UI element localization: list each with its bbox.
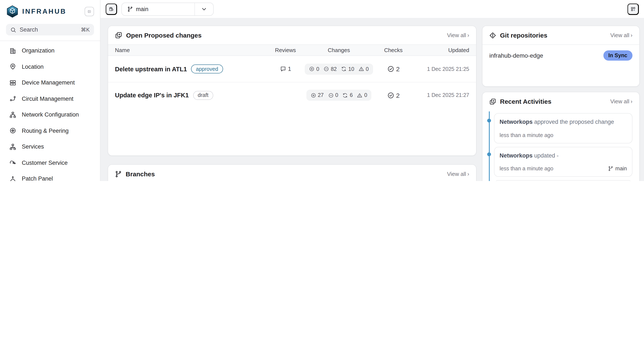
proposed-changes-view-all-link[interactable]: View all› bbox=[447, 32, 469, 38]
column-name: Name bbox=[115, 47, 268, 53]
git-repositories-view-all-link[interactable]: View all› bbox=[610, 32, 632, 38]
plus-circle-icon bbox=[309, 66, 314, 72]
sidebar-item-label: Services bbox=[22, 144, 44, 150]
chevron-right-icon: › bbox=[467, 171, 469, 177]
updated-timestamp: 1 Dec 2025 21:25 bbox=[412, 66, 469, 72]
sidebar-item-patch-panel[interactable]: Patch Panel bbox=[6, 171, 94, 181]
infrahub-app: INFRAHUB Search ⌘K Organization Locatio bbox=[0, 0, 644, 181]
branch-selector-caret[interactable] bbox=[194, 3, 213, 15]
status-badge: draft bbox=[193, 91, 213, 100]
schema-visualizer-button[interactable] bbox=[627, 3, 639, 15]
proposed-changes-table-header: Name Reviews Changes Checks Updated bbox=[108, 44, 476, 56]
infrahub-logo-icon bbox=[6, 5, 19, 18]
activities-view-all-link[interactable]: View all› bbox=[610, 98, 632, 105]
card-title: Git repositories bbox=[500, 32, 548, 39]
activity-actor: Networkops bbox=[500, 152, 533, 159]
chevron-right-icon: › bbox=[630, 32, 632, 38]
dashboard: Open Proposed changes View all› Name Rev… bbox=[100, 18, 644, 181]
time-travel-button[interactable] bbox=[106, 3, 117, 15]
sidebar-item-routing-peering[interactable]: Routing & Peering bbox=[6, 123, 94, 139]
activity-timeline: Networkops approved the proposed change … bbox=[482, 111, 639, 181]
repository-name[interactable]: infrahub-demo-edge bbox=[489, 52, 543, 59]
card-title: Open Proposed changes bbox=[126, 32, 202, 39]
activity-branch-tag: main bbox=[608, 166, 627, 172]
card-title: Recent Activities bbox=[500, 98, 552, 105]
updated-timestamp: 1 Dec 2025 21:27 bbox=[412, 92, 469, 98]
repository-row[interactable]: infrahub-demo-edge In Sync bbox=[482, 44, 639, 66]
brand: INFRAHUB bbox=[6, 4, 94, 19]
git-icon bbox=[489, 32, 496, 39]
proposed-changes-card: Open Proposed changes View all› Name Rev… bbox=[108, 26, 476, 156]
table-row[interactable]: Delete upstream in ATL1 approved 1 0 8 bbox=[108, 56, 476, 82]
activity-time: less than a minute ago bbox=[500, 166, 554, 172]
branch-selector[interactable]: main bbox=[121, 2, 214, 15]
proposed-change-name[interactable]: Delete upstream in ATL1 bbox=[115, 65, 187, 72]
branch-name: main bbox=[136, 6, 148, 12]
server-icon bbox=[10, 79, 16, 86]
activity-card[interactable]: Networkops updated - less than a minute … bbox=[494, 147, 632, 177]
sidebar-item-customer-service[interactable]: Customer Service bbox=[6, 155, 94, 171]
topbar: main bbox=[100, 0, 644, 18]
chevron-right-icon: › bbox=[467, 32, 469, 38]
sidebar: INFRAHUB Search ⌘K Organization Locatio bbox=[0, 0, 100, 181]
map-pin-icon bbox=[10, 63, 16, 70]
column-updated: Updated bbox=[412, 47, 469, 53]
reviews-count: 1 bbox=[288, 66, 291, 72]
checks-count: 2 bbox=[396, 65, 400, 73]
sidebar-item-label: Circuit Management bbox=[22, 96, 74, 102]
brand-name: INFRAHUB bbox=[22, 8, 66, 15]
activity-time: less than a minute ago bbox=[500, 132, 554, 138]
search-placeholder: Search bbox=[20, 26, 38, 33]
chevron-right-icon: › bbox=[630, 98, 632, 105]
sidebar-item-label: Network Configuration bbox=[22, 112, 79, 118]
sidebar-item-services[interactable]: Services bbox=[6, 139, 94, 155]
refresh-icon bbox=[342, 92, 348, 98]
column-checks: Checks bbox=[375, 47, 412, 53]
workflow-icon bbox=[631, 5, 636, 12]
share-icon bbox=[10, 160, 16, 166]
search-input[interactable]: Search ⌘K bbox=[6, 24, 94, 35]
warning-icon bbox=[358, 66, 364, 72]
router-icon bbox=[10, 127, 16, 134]
activity-item: Networkops updated - less than a minute … bbox=[494, 147, 632, 177]
sidebar-menu-primary: Organization Location Device Management … bbox=[6, 43, 94, 181]
changes-summary: 27 0 6 0 bbox=[306, 90, 372, 101]
sidebar-item-label: Location bbox=[22, 64, 44, 70]
check-circle-icon bbox=[387, 92, 394, 99]
sidebar-item-device-management[interactable]: Device Management bbox=[6, 75, 94, 91]
sidebar-item-label: Routing & Peering bbox=[22, 128, 68, 134]
minus-circle-icon bbox=[324, 66, 329, 72]
checks-count: 2 bbox=[396, 92, 400, 99]
sidebar-item-network-configuration[interactable]: Network Configuration bbox=[6, 107, 94, 123]
branches-card: Branches View all› main default bbox=[108, 164, 476, 181]
proposed-change-name[interactable]: Update edge IP's in JFK1 bbox=[115, 92, 189, 99]
activity-card[interactable]: Networkops created - LGTM less than a mi… bbox=[494, 180, 632, 181]
activity-card[interactable]: Networkops approved the proposed change … bbox=[494, 113, 632, 143]
refresh-icon bbox=[341, 66, 346, 72]
sidebar-divider bbox=[0, 40, 100, 41]
activity-log-icon bbox=[489, 98, 496, 105]
sidebar-item-organization[interactable]: Organization bbox=[6, 43, 94, 59]
git-repositories-card: Git repositories View all› infrahub-demo… bbox=[482, 26, 640, 87]
activity-item: Networkops approved the proposed change … bbox=[494, 113, 632, 143]
search-icon bbox=[10, 27, 16, 33]
comment-icon bbox=[280, 66, 286, 72]
sidebar-item-location[interactable]: Location bbox=[6, 59, 94, 75]
check-circle-icon bbox=[387, 65, 394, 73]
branches-view-all-link[interactable]: View all› bbox=[447, 171, 469, 177]
search-shortcut: ⌘K bbox=[81, 26, 90, 33]
panel-collapse-icon bbox=[88, 8, 91, 14]
sidebar-collapse-button[interactable] bbox=[84, 7, 94, 16]
table-row[interactable]: Update edge IP's in JFK1 draft 27 0 6 0 bbox=[108, 82, 476, 108]
git-branch-icon bbox=[115, 171, 122, 177]
proposed-change-icon bbox=[115, 32, 122, 39]
recent-activities-card: Recent Activities View all› Networkops a… bbox=[482, 92, 640, 181]
plus-circle-icon bbox=[310, 92, 316, 98]
branch-selector-value: main bbox=[122, 3, 194, 15]
hierarchy-icon bbox=[10, 144, 16, 150]
sidebar-item-circuit-management[interactable]: Circuit Management bbox=[6, 91, 94, 107]
changes-summary: 0 82 10 0 bbox=[305, 63, 373, 74]
minus-circle-icon bbox=[328, 92, 334, 98]
sidebar-item-label: Customer Service bbox=[22, 160, 68, 166]
split-icon bbox=[10, 176, 16, 181]
